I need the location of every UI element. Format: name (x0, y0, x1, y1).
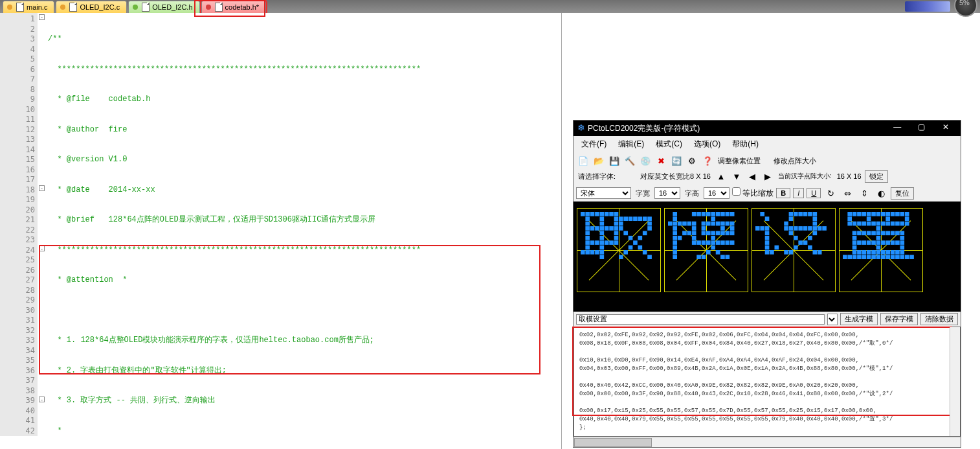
lock-button[interactable]: 锁定 (865, 170, 888, 183)
minimize-button[interactable]: — (886, 122, 908, 134)
window-titlebar[interactable]: ❄PCtoLCD2002完美版-(字符模式) — ▢ ✕ (574, 121, 961, 136)
code-area[interactable]: /** ************************************… (48, 14, 561, 449)
svg-rect-214 (852, 236, 857, 240)
svg-rect-191 (857, 222, 862, 226)
svg-rect-75 (711, 216, 715, 221)
svg-rect-204 (857, 231, 862, 236)
svg-rect-233 (862, 250, 867, 255)
svg-rect-188 (905, 216, 909, 221)
bold-button[interactable]: B (776, 188, 790, 198)
menu-edit[interactable]: 编辑(E) (613, 137, 649, 151)
svg-rect-124 (673, 255, 677, 259)
font-family-select[interactable]: 宋体 (576, 187, 631, 199)
arrow-right-icon[interactable]: ▶ (761, 169, 775, 183)
open-icon[interactable]: 📂 (592, 154, 606, 168)
svg-rect-249 (876, 255, 881, 259)
clear-button[interactable]: 清除数据 (920, 313, 958, 325)
svg-rect-57 (595, 250, 599, 255)
file-icon (69, 3, 77, 12)
glyph-canvas[interactable] (574, 201, 961, 312)
invert-icon[interactable]: ◐ (874, 186, 888, 200)
svg-rect-10 (614, 216, 619, 221)
scrollbar-h[interactable] (574, 437, 961, 447)
input-row: 生成字模 保存字模 清除数据 (574, 312, 961, 327)
maximize-button[interactable]: ▢ (911, 122, 933, 134)
code-editor[interactable]: 1234567891011121314151617181920212223242… (0, 13, 562, 449)
file-icon (215, 3, 223, 12)
svg-rect-63 (647, 255, 652, 259)
tab-codetab-h[interactable]: codetab.h* (201, 1, 267, 13)
scrollbar-v[interactable] (950, 327, 960, 436)
svg-rect-3 (595, 212, 599, 216)
save-font-button[interactable]: 保存字模 (880, 313, 918, 325)
svg-rect-7 (614, 212, 619, 216)
svg-rect-163 (775, 246, 779, 250)
svg-rect-42 (585, 240, 590, 245)
reset-button[interactable]: 复位 (891, 187, 914, 200)
tab-oled-i2c-h[interactable]: OLED_I2C.h (128, 1, 199, 13)
rotate-icon[interactable]: ↻ (823, 186, 838, 200)
italic-button[interactable]: I (793, 188, 804, 198)
refresh-icon[interactable]: 🔄 (669, 154, 684, 168)
disk-icon[interactable]: 💿 (638, 154, 652, 168)
flip-h-icon[interactable]: ⇔ (840, 186, 854, 200)
svg-rect-74 (673, 216, 677, 221)
save-icon[interactable]: 💾 (607, 154, 621, 168)
fold-toggle[interactable]: - (39, 246, 45, 251)
svg-rect-194 (871, 222, 876, 226)
svg-rect-139 (784, 222, 788, 226)
svg-rect-103 (726, 231, 730, 236)
close-button[interactable]: ✕ (935, 122, 957, 134)
delete-icon[interactable]: ✖ (654, 154, 668, 168)
svg-rect-48 (614, 240, 619, 245)
svg-rect-179 (881, 212, 885, 216)
arrow-up-icon[interactable]: ▲ (714, 169, 728, 183)
svg-rect-97 (692, 231, 696, 236)
svg-rect-186 (867, 216, 871, 221)
scale-checkbox[interactable]: 等比缩放 (732, 187, 774, 199)
toolbar: 📄 📂 💾 🔨 💿 ✖ 🔄 ⚙ ❓ 调整像素位置 修改点阵大小 (574, 152, 961, 169)
char-height-select[interactable]: 16 (704, 187, 729, 199)
gear-icon[interactable]: ⚙ (685, 154, 699, 168)
size-hint: 当前汉字点阵大小: (776, 172, 834, 181)
text-input[interactable] (576, 314, 825, 325)
svg-rect-220 (867, 240, 871, 245)
svg-rect-219 (862, 240, 867, 245)
svg-rect-31 (647, 226, 652, 231)
fold-toggle[interactable]: - (39, 185, 45, 191)
char-width-select[interactable]: 16 (654, 187, 680, 199)
menu-options[interactable]: 选项(O) (689, 137, 726, 151)
fold-toggle[interactable]: - (39, 397, 45, 402)
svg-rect-49 (633, 240, 638, 245)
svg-rect-152 (822, 226, 827, 231)
tab-main-c[interactable]: main.c (3, 1, 54, 13)
fold-toggle[interactable]: - (39, 14, 45, 20)
help-icon[interactable]: ❓ (700, 154, 715, 168)
char-width-label: 字宽 (634, 189, 652, 198)
tool-icon[interactable]: 🔨 (623, 154, 637, 168)
arrow-down-icon[interactable]: ▼ (729, 169, 744, 183)
svg-rect-107 (692, 236, 696, 240)
flip-v-icon[interactable]: ⇕ (857, 186, 871, 200)
menu-file[interactable]: 文件(F) (576, 137, 612, 151)
svg-rect-182 (895, 212, 900, 216)
underline-button[interactable]: U (807, 188, 821, 198)
svg-rect-240 (895, 250, 900, 255)
tab-oled-i2c-c[interactable]: OLED_I2C.c (56, 1, 127, 13)
menu-mode[interactable]: 模式(C) (651, 137, 687, 151)
menu-help[interactable]: 帮助(H) (727, 137, 764, 151)
svg-rect-197 (885, 222, 890, 226)
svg-rect-232 (857, 250, 862, 255)
svg-rect-190 (852, 222, 857, 226)
output-box[interactable]: 0x02,0x02,0xFE,0x92,0x92,0x92,0xFE,0x02,… (574, 327, 961, 437)
arrow-left-icon[interactable]: ◀ (745, 169, 759, 183)
svg-rect-78 (678, 222, 682, 226)
new-icon[interactable]: 📄 (576, 154, 590, 168)
svg-rect-212 (895, 231, 900, 236)
svg-rect-26 (600, 226, 605, 231)
generate-button[interactable]: 生成字模 (840, 313, 878, 325)
input-history[interactable] (827, 314, 838, 325)
svg-rect-8 (585, 216, 590, 221)
svg-rect-113 (706, 240, 711, 245)
svg-rect-5 (605, 212, 609, 216)
